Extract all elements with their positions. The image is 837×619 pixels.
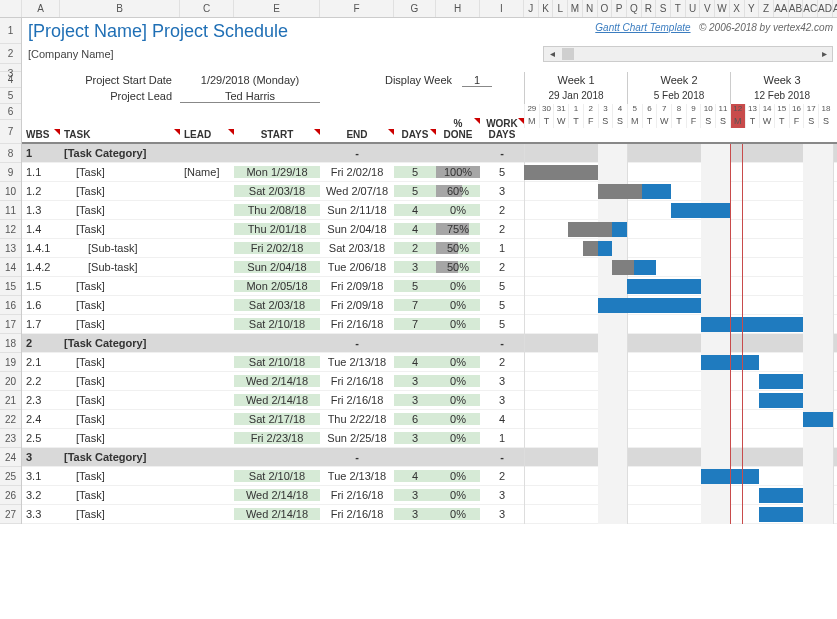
task-row[interactable]: 1.5[Task]Mon 2/05/18Fri 2/09/1850%5 — [22, 277, 837, 296]
cell-task[interactable]: [Task] — [60, 375, 180, 387]
cell-start[interactable]: Sat 2/03/18 — [234, 185, 320, 197]
cell-wbs[interactable]: 3.2 — [22, 489, 60, 501]
col-header[interactable]: AB — [789, 0, 804, 17]
cell-pct-done[interactable]: 0% — [436, 394, 480, 406]
row-header[interactable]: 7 — [0, 120, 21, 144]
cell-task[interactable]: [Task] — [60, 432, 180, 444]
cell-task[interactable]: [Task] — [60, 280, 180, 292]
cell-pct-done[interactable]: 0% — [436, 375, 480, 387]
cell-wbs[interactable]: 1.6 — [22, 299, 60, 311]
cell-wbs[interactable]: 1.2 — [22, 185, 60, 197]
task-row[interactable]: 2.1[Task]Sat 2/10/18Tue 2/13/1840%2 — [22, 353, 837, 372]
cell-wbs[interactable]: 2.4 — [22, 413, 60, 425]
cell-days[interactable]: 4 — [394, 356, 436, 368]
cell-end[interactable]: Sun 2/25/18 — [320, 432, 394, 444]
cell-end[interactable]: Fri 2/16/18 — [320, 318, 394, 330]
cell-wbs[interactable]: 3.3 — [22, 508, 60, 520]
row-header[interactable]: 9 — [0, 163, 21, 182]
cell-start[interactable]: Wed 2/14/18 — [234, 489, 320, 501]
row-header[interactable]: 2 — [0, 44, 21, 64]
cell-task[interactable]: [Task] — [60, 204, 180, 216]
col-header[interactable]: F — [320, 0, 394, 17]
cell-work-days[interactable]: 2 — [480, 470, 524, 482]
cell-days[interactable]: 5 — [394, 185, 436, 197]
cell-work-days[interactable]: 3 — [480, 508, 524, 520]
col-header[interactable]: Y — [745, 0, 760, 17]
cell-pct-done[interactable]: 0% — [436, 508, 480, 520]
scroll-left-icon[interactable]: ◂ — [544, 47, 560, 61]
cell-task[interactable]: [Task] — [60, 508, 180, 520]
row-header[interactable]: 16 — [0, 296, 21, 315]
col-header[interactable]: N — [583, 0, 598, 17]
cell-work-days[interactable]: - — [480, 147, 524, 159]
cell-days[interactable]: 3 — [394, 489, 436, 501]
cell-wbs[interactable]: 1.5 — [22, 280, 60, 292]
cell-end[interactable]: Wed 2/07/18 — [320, 185, 394, 197]
cell-end[interactable]: Fri 2/16/18 — [320, 394, 394, 406]
col-header[interactable]: Q — [627, 0, 642, 17]
col-header[interactable]: H — [436, 0, 480, 17]
cell-days[interactable]: 5 — [394, 280, 436, 292]
cell-start[interactable]: Sat 2/17/18 — [234, 413, 320, 425]
cell-end[interactable]: - — [320, 337, 394, 349]
template-link[interactable]: Gantt Chart Template — [595, 22, 690, 33]
cell-days[interactable]: 3 — [394, 261, 436, 273]
cell-pct-done[interactable]: 100% — [436, 166, 480, 178]
cell-start[interactable]: Wed 2/14/18 — [234, 375, 320, 387]
col-header[interactable]: T — [671, 0, 686, 17]
row-header[interactable]: 23 — [0, 429, 21, 448]
task-row[interactable]: 1.4.1[Sub-task]Fri 2/02/18Sat 2/03/18250… — [22, 239, 837, 258]
cell-wbs[interactable]: 1.4.2 — [22, 261, 60, 273]
cell-days[interactable]: 6 — [394, 413, 436, 425]
cell-work-days[interactable]: 1 — [480, 432, 524, 444]
task-row[interactable]: 1.6[Task]Sat 2/03/18Fri 2/09/1870%5 — [22, 296, 837, 315]
task-row[interactable]: 2.3[Task]Wed 2/14/18Fri 2/16/1830%3 — [22, 391, 837, 410]
category-row[interactable]: 2[Task Category]-- — [22, 334, 837, 353]
row-header[interactable]: 8 — [0, 144, 21, 163]
cell-task[interactable]: [Task Category] — [60, 451, 180, 463]
start-date-value[interactable]: 1/29/2018 (Monday) — [180, 74, 320, 86]
cell-end[interactable]: Tue 2/13/18 — [320, 356, 394, 368]
cell-end[interactable]: Sun 2/11/18 — [320, 204, 394, 216]
row-header[interactable]: 24 — [0, 448, 21, 467]
row-header[interactable]: 25 — [0, 467, 21, 486]
cell-task[interactable]: [Task] — [60, 394, 180, 406]
cell-days[interactable]: 3 — [394, 375, 436, 387]
row-header[interactable]: 26 — [0, 486, 21, 505]
cell-task[interactable]: [Sub-task] — [60, 261, 180, 273]
cell-task[interactable]: [Task] — [60, 470, 180, 482]
cell-work-days[interactable]: 2 — [480, 356, 524, 368]
col-header[interactable]: J — [524, 0, 539, 17]
col-header[interactable]: E — [234, 0, 320, 17]
col-header[interactable]: O — [598, 0, 613, 17]
cell-start[interactable]: Wed 2/14/18 — [234, 508, 320, 520]
cell-days[interactable]: 4 — [394, 223, 436, 235]
cell-start[interactable]: Thu 2/08/18 — [234, 204, 320, 216]
cell-days[interactable]: 2 — [394, 242, 436, 254]
cell-wbs[interactable]: 3 — [22, 451, 60, 463]
cell-start[interactable]: Wed 2/14/18 — [234, 394, 320, 406]
display-week-value[interactable]: 1 — [462, 74, 492, 87]
cell-wbs[interactable]: 3.1 — [22, 470, 60, 482]
cell-wbs[interactable]: 1.4.1 — [22, 242, 60, 254]
cell-days[interactable]: 4 — [394, 204, 436, 216]
row-header[interactable]: 1 — [0, 18, 21, 44]
cell-start[interactable]: Fri 2/02/18 — [234, 242, 320, 254]
col-header[interactable]: V — [700, 0, 715, 17]
cell-task[interactable]: [Task] — [60, 166, 180, 178]
cell-pct-done[interactable]: 0% — [436, 280, 480, 292]
cell-pct-done[interactable]: 0% — [436, 356, 480, 368]
cell-start[interactable]: Sat 2/10/18 — [234, 470, 320, 482]
week-scrollbar[interactable]: ◂ ▸ — [543, 46, 833, 62]
cell-end[interactable]: Tue 2/06/18 — [320, 261, 394, 273]
task-row[interactable]: 3.1[Task]Sat 2/10/18Tue 2/13/1840%2 — [22, 467, 837, 486]
col-header[interactable]: C — [180, 0, 234, 17]
cell-days[interactable]: 7 — [394, 318, 436, 330]
cell-wbs[interactable]: 2.3 — [22, 394, 60, 406]
row-header[interactable]: 27 — [0, 505, 21, 524]
row-header[interactable]: 6 — [0, 104, 21, 120]
row-header[interactable]: 12 — [0, 220, 21, 239]
row-header[interactable]: 4 — [0, 72, 21, 88]
cell-task[interactable]: [Task] — [60, 185, 180, 197]
row-header[interactable]: 13 — [0, 239, 21, 258]
